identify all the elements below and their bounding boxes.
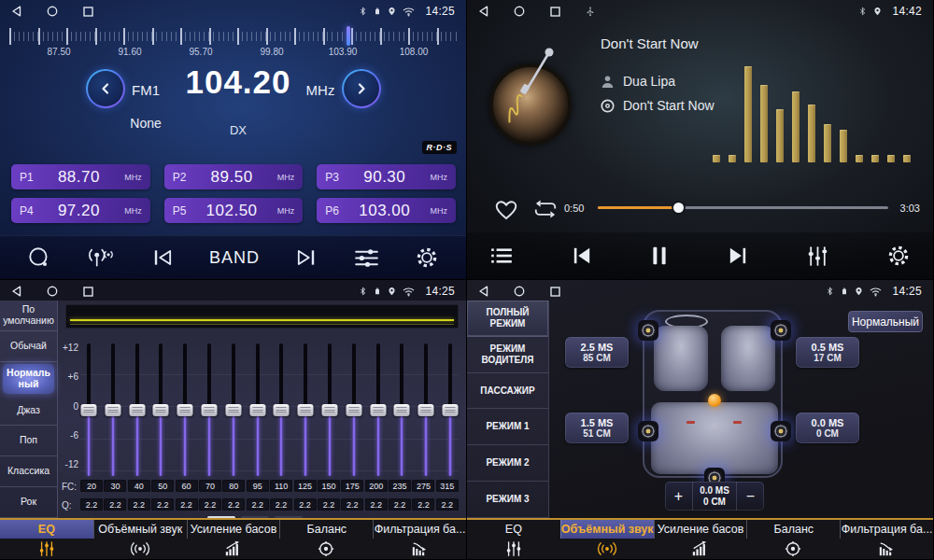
eq-slider-knob[interactable] <box>370 404 386 416</box>
nav-back-icon[interactable] <box>11 6 21 17</box>
radio-broadcast-icon[interactable] <box>87 246 115 269</box>
radio-preset-button[interactable]: P5102.50MHz <box>164 198 304 223</box>
eq-q-value[interactable]: 2.2 <box>412 498 434 511</box>
eq-band-slider[interactable] <box>129 343 146 476</box>
eq-fc-value[interactable]: 150 <box>318 480 340 492</box>
nav-home-icon[interactable] <box>47 286 58 297</box>
radio-tuning-scale[interactable]: 87.5091.6095.7099.80103.90108.00 <box>0 26 466 60</box>
eq-slider-knob[interactable] <box>298 404 314 416</box>
surround-mode-item[interactable]: РЕЖИМ 1 <box>467 409 548 445</box>
eq-preset-item[interactable]: Обычай <box>0 331 57 362</box>
nav-back-icon[interactable] <box>478 6 488 17</box>
settings-gear-icon[interactable] <box>415 245 439 270</box>
eq-q-value[interactable]: 2.2 <box>222 498 245 511</box>
eq-slider-knob[interactable] <box>177 404 193 416</box>
eq-band-slider[interactable] <box>346 343 362 476</box>
eq-q-value[interactable]: 2.2 <box>389 498 411 511</box>
eq-q-value[interactable]: 2.2 <box>341 498 363 511</box>
eq-slider-knob[interactable] <box>201 404 217 416</box>
eq-q-value[interactable]: 2.2 <box>270 498 292 511</box>
eq-preset-item[interactable]: По умолчанию <box>0 301 57 331</box>
eq-band-slider[interactable] <box>225 343 242 476</box>
nav-home-icon[interactable] <box>514 286 525 297</box>
speaker-rear-right-icon[interactable] <box>771 421 791 441</box>
eq-band-slider[interactable] <box>393 343 410 476</box>
listening-position-ball[interactable] <box>708 394 721 407</box>
eq-slider-knob[interactable] <box>249 404 265 416</box>
eq-slider-knob[interactable] <box>81 404 97 416</box>
eq-slider-knob[interactable] <box>274 404 290 416</box>
speaker-rear-left-icon[interactable] <box>638 421 658 441</box>
surround-mode-item[interactable]: РЕЖИМ ВОДИТЕЛЯ <box>467 337 548 373</box>
eq-preset-item[interactable]: Рок <box>0 487 57 518</box>
delay-plus-button[interactable]: + <box>665 482 693 511</box>
nav-back-icon[interactable] <box>11 286 21 297</box>
nav-home-icon[interactable] <box>514 6 525 17</box>
eq-band-slider[interactable] <box>249 343 266 476</box>
eq-band-slider[interactable] <box>80 343 97 476</box>
nav-recents-icon[interactable] <box>550 287 560 297</box>
eq-slider-knob[interactable] <box>153 404 169 416</box>
sound-tab[interactable]: Фильтрация ба... <box>840 520 933 559</box>
progress-bar[interactable] <box>598 206 888 209</box>
eq-slider-knob[interactable] <box>442 404 458 416</box>
seek-next-icon[interactable] <box>295 248 318 267</box>
equalizer-faders-icon[interactable] <box>806 245 829 267</box>
surround-preset-button[interactable]: Нормальный <box>848 311 923 332</box>
eq-band-slider[interactable] <box>273 343 290 476</box>
nav-recents-icon[interactable] <box>550 7 560 17</box>
sound-tab[interactable]: EQ <box>0 520 93 559</box>
nav-recents-icon[interactable] <box>83 7 93 17</box>
nav-recents-icon[interactable] <box>83 287 93 297</box>
eq-fc-value[interactable]: 175 <box>341 480 363 492</box>
surround-mode-item[interactable]: РЕЖИМ 2 <box>467 445 548 482</box>
playlist-icon[interactable] <box>489 245 514 266</box>
eq-q-value[interactable]: 2.2 <box>199 498 221 511</box>
band-button[interactable]: BAND <box>209 248 260 268</box>
eq-fc-value[interactable]: 70 <box>199 480 221 492</box>
seek-previous-icon[interactable] <box>151 248 174 267</box>
pause-icon[interactable] <box>650 245 669 266</box>
eq-fc-value[interactable]: 50 <box>151 480 174 492</box>
scan-icon[interactable] <box>27 245 51 270</box>
delay-minus-button[interactable]: − <box>736 482 764 511</box>
progress-knob[interactable] <box>673 203 684 213</box>
eq-slider-knob[interactable] <box>321 404 337 416</box>
eq-fc-value[interactable]: 275 <box>412 480 434 492</box>
eq-fc-value[interactable]: 40 <box>128 480 150 492</box>
eq-preset-item[interactable]: Джаз <box>0 396 57 427</box>
eq-slider-knob[interactable] <box>225 404 241 416</box>
eq-fc-value[interactable]: 80 <box>222 480 245 492</box>
delay-rear-right[interactable]: 0.0 MS 0 CM <box>796 413 859 443</box>
sound-tab[interactable]: Баланс <box>746 520 840 559</box>
eq-slider-knob[interactable] <box>346 404 361 416</box>
eq-band-slider[interactable] <box>177 343 193 476</box>
radio-preset-button[interactable]: P497.20MHz <box>11 198 150 223</box>
speaker-front-right-icon[interactable] <box>771 320 791 341</box>
settings-gear-icon[interactable] <box>886 244 911 268</box>
eq-fc-value[interactable]: 30 <box>104 480 126 492</box>
eq-fc-value[interactable]: 20 <box>80 480 103 492</box>
eq-fc-value[interactable]: 200 <box>365 480 388 492</box>
eq-preset-item[interactable]: Поп <box>0 426 57 456</box>
delay-front-right[interactable]: 0.5 MS 17 CM <box>796 337 859 368</box>
surround-mode-item[interactable]: РЕЖИМ 3 <box>467 482 548 518</box>
eq-fc-value[interactable]: 235 <box>389 480 411 492</box>
eq-fc-value[interactable]: 60 <box>176 480 198 492</box>
eq-preset-item[interactable]: Классика <box>0 456 57 487</box>
surround-mode-item[interactable]: ПАССАЖИР <box>467 373 548 410</box>
sound-tab[interactable]: Объёмный звук <box>560 520 654 559</box>
radio-preset-button[interactable]: P390.30MHz <box>317 164 456 189</box>
nav-home-icon[interactable] <box>47 6 58 17</box>
eq-q-value[interactable]: 2.2 <box>80 498 103 511</box>
radio-preset-button[interactable]: P188.70MHz <box>11 164 150 189</box>
eq-fc-value[interactable]: 95 <box>247 480 269 492</box>
eq-band-slider[interactable] <box>370 343 387 476</box>
eq-fc-value[interactable]: 315 <box>436 480 459 492</box>
speaker-front-left-icon[interactable] <box>638 320 658 341</box>
eq-q-value[interactable]: 2.2 <box>151 498 174 511</box>
sound-tab[interactable]: Усиление басов <box>654 520 747 559</box>
eq-band-slider[interactable] <box>105 343 121 476</box>
eq-band-slider[interactable] <box>297 343 314 476</box>
radio-preset-button[interactable]: P6103.00MHz <box>317 198 456 223</box>
